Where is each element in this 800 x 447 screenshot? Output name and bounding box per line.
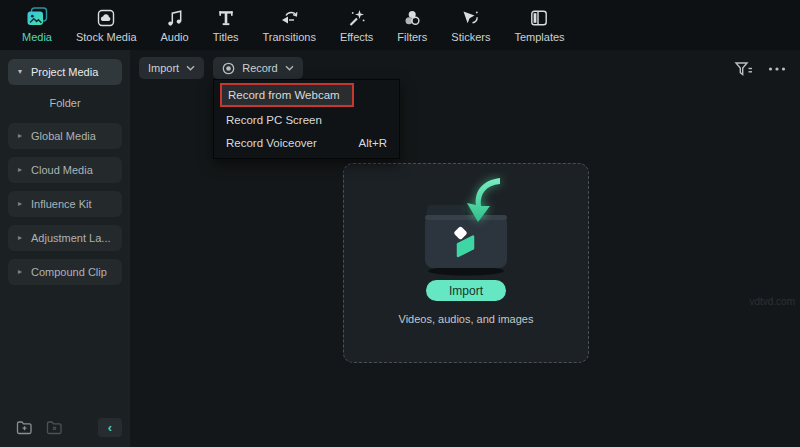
tab-filters-label: Filters (397, 31, 427, 43)
sidebar-item-label: Project Media (31, 66, 98, 78)
tab-stock-media[interactable]: Stock Media (64, 7, 149, 43)
filmora-media-panel: Media Stock Media Audio (0, 0, 800, 447)
tab-media-label: Media (22, 31, 52, 43)
watermark: vdtvd.com (749, 296, 795, 307)
audio-icon (165, 7, 185, 28)
menu-item-shortcut: Alt+R (359, 137, 387, 149)
sidebar-item-project-media[interactable]: ▾ Project Media (8, 59, 122, 85)
content-toolbar-right (734, 61, 786, 77)
tab-transitions[interactable]: Transitions (251, 7, 328, 43)
tab-effects[interactable]: Effects (328, 7, 385, 43)
annotation-highlight-box: Record from Webcam (220, 83, 354, 107)
sidebar-item-label: Compound Clip (31, 266, 107, 278)
filter-sort-icon[interactable] (734, 61, 754, 77)
chevron-down-icon: ▾ (18, 68, 22, 76)
chevron-right-icon: ▸ (18, 166, 22, 174)
top-toolbar: Media Stock Media Audio (0, 0, 800, 50)
chevron-right-icon: ▸ (18, 200, 22, 208)
collapse-sidebar-button[interactable]: ‹ (98, 418, 122, 437)
chevron-down-icon (186, 65, 195, 71)
sidebar-item-label: Global Media (31, 130, 96, 142)
stickers-icon (460, 7, 481, 28)
stock-media-icon (96, 7, 116, 28)
tab-audio[interactable]: Audio (149, 7, 201, 43)
sidebar-item-label: Influence Kit (31, 198, 92, 210)
menu-item-label: Record PC Screen (226, 114, 322, 126)
sidebar-item-influence-kit[interactable]: ▸ Influence Kit (8, 191, 122, 217)
tab-media[interactable]: Media (10, 7, 64, 43)
menu-item-label: Record from Webcam (228, 89, 340, 101)
more-options-icon[interactable] (768, 66, 786, 72)
tab-transitions-label: Transitions (263, 31, 316, 43)
sidebar-item-cloud-media[interactable]: ▸ Cloud Media (8, 157, 122, 183)
import-folder-illustration (406, 172, 526, 278)
import-dropdown-button[interactable]: Import (139, 57, 204, 79)
sidebar-item-global-media[interactable]: ▸ Global Media (8, 123, 122, 149)
templates-icon (529, 7, 549, 28)
tab-stickers-label: Stickers (451, 31, 490, 43)
tab-effects-label: Effects (340, 31, 373, 43)
menu-item-record-from-webcam[interactable]: Record from Webcam (214, 82, 399, 108)
media-content-area: Import Record (130, 50, 800, 447)
menu-item-record-pc-screen[interactable]: Record PC Screen (214, 108, 399, 131)
content-toolbar: Import Record (139, 57, 303, 79)
tab-templates-label: Templates (514, 31, 564, 43)
import-dropdown-label: Import (148, 62, 179, 74)
tab-filters[interactable]: Filters (385, 7, 439, 43)
sidebar-item-compound-clip[interactable]: ▸ Compound Clip (8, 259, 122, 285)
folder-section-label: Folder (0, 97, 130, 109)
tab-titles-label: Titles (213, 31, 239, 43)
tab-templates[interactable]: Templates (502, 7, 576, 43)
collapse-chevron-icon: ‹ (108, 420, 112, 435)
tab-audio-label: Audio (161, 31, 189, 43)
sidebar-footer: ‹ (0, 418, 130, 440)
chevron-right-icon: ▸ (18, 132, 22, 140)
filters-icon (402, 7, 422, 28)
record-icon (222, 62, 235, 75)
effects-icon (347, 7, 367, 28)
dropzone-caption: Videos, audios, and images (399, 313, 534, 325)
delete-folder-icon[interactable] (46, 420, 63, 435)
tab-titles[interactable]: Titles (201, 7, 251, 43)
chevron-down-icon (285, 65, 294, 71)
new-folder-icon[interactable] (16, 420, 33, 435)
import-dropzone[interactable]: Import Videos, audios, and images (343, 163, 589, 363)
record-dropdown-label: Record (242, 62, 277, 74)
tab-stickers[interactable]: Stickers (439, 7, 502, 43)
import-button-label: Import (449, 284, 483, 298)
chevron-right-icon: ▸ (18, 234, 22, 242)
chevron-right-icon: ▸ (18, 268, 22, 276)
menu-item-record-voiceover[interactable]: Record Voiceover Alt+R (214, 131, 399, 154)
titles-icon (216, 7, 236, 28)
sidebar-item-label: Cloud Media (31, 164, 93, 176)
media-sidebar: ▾ Project Media Folder ▸ Global Media ▸ … (0, 50, 130, 447)
sidebar-item-adjustment-layer[interactable]: ▸ Adjustment La... (8, 225, 122, 251)
record-dropdown-menu: Record from Webcam Record PC Screen Reco… (213, 79, 400, 159)
record-dropdown-button[interactable]: Record (213, 57, 302, 79)
transitions-icon (278, 7, 300, 28)
menu-item-label: Record Voiceover (226, 137, 317, 149)
import-button[interactable]: Import (426, 280, 506, 301)
media-icon (26, 7, 48, 28)
tab-stock-media-label: Stock Media (76, 31, 137, 43)
sidebar-item-label: Adjustment La... (31, 232, 111, 244)
